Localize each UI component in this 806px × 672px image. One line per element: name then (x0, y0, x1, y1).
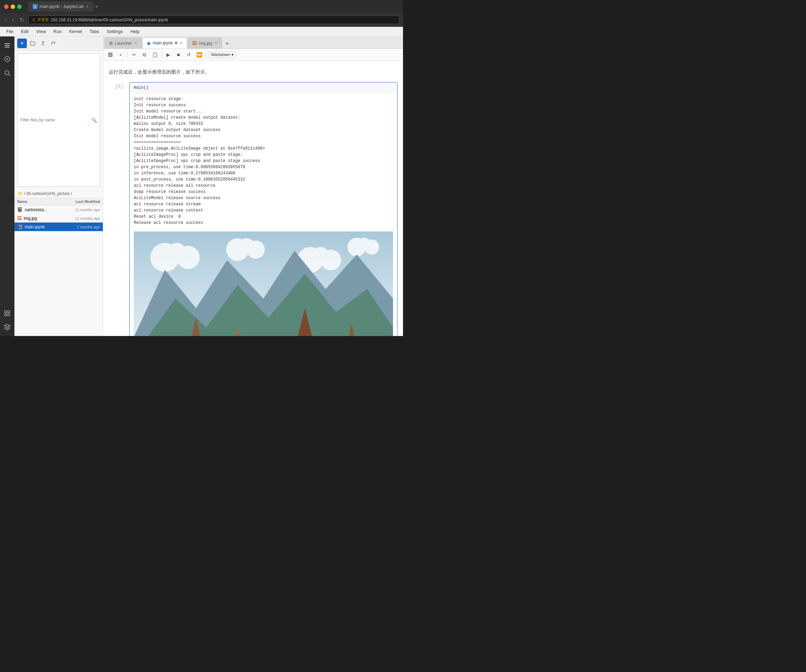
file-name: img.jpg (24, 216, 73, 221)
security-icon: ⚠ (32, 18, 35, 22)
fast-forward-button[interactable]: ⏩ (195, 50, 203, 59)
launcher-tab-label: Launcher (115, 41, 132, 46)
menu-tabs[interactable]: Tabs (86, 28, 102, 35)
titlebar: J main.ipynb - JupyterLab ✕ + (0, 0, 403, 13)
file-list: 📓 cartooniza... 11 months ago 🖼 img.jpg … (15, 205, 103, 336)
launcher-tab-close[interactable]: ✕ (134, 41, 137, 45)
maximize-button[interactable] (17, 5, 21, 9)
browser-tab-icon: J (33, 4, 38, 9)
paste-button[interactable]: 📋 (150, 50, 159, 59)
toolbar-separator (127, 51, 127, 58)
menu-run[interactable]: Run (50, 28, 65, 35)
svg-line-5 (8, 74, 10, 76)
back-button[interactable]: ‹ (3, 16, 8, 24)
toolbar-separator-2 (161, 51, 162, 58)
notebook-content: 运行完成后，会显示推理后的图片，如下所示。 [5]: main() init r… (103, 61, 403, 336)
svg-rect-6 (5, 311, 7, 313)
cell-5: [5]: main() init resource stage: Init re… (103, 82, 403, 336)
activity-bar (0, 36, 15, 336)
menu-help[interactable]: Help (127, 28, 143, 35)
file-search-bar[interactable]: 🔍 (17, 53, 100, 187)
minimize-button[interactable] (11, 5, 15, 9)
menu-view[interactable]: View (33, 28, 49, 35)
cell-body[interactable]: main() init resource stage: Init resourc… (129, 82, 398, 336)
image-icon: 🖼 (17, 216, 21, 221)
browser-tab-label: main.ipynb - JupyterLab (40, 4, 84, 9)
file-modified: 11 months ago (75, 208, 100, 212)
reload-button[interactable]: ↻ (18, 16, 25, 24)
menu-edit[interactable]: Edit (18, 28, 32, 35)
unsaved-dot (175, 41, 177, 45)
tab-main-ipynb[interactable]: ◉ main.ipynb ✕ (142, 38, 187, 48)
search-input[interactable] (20, 117, 90, 122)
stop-button[interactable]: ■ (174, 50, 183, 59)
image-tab-icon: 🖼 (192, 41, 197, 46)
activity-search-icon[interactable] (1, 67, 13, 79)
intro-text-cell: 运行完成后，会显示推理后的图片，如下所示。 (103, 66, 403, 81)
notebook-toolbar: + ✂ ⧉ 📋 ▶ ■ ↺ ⏩ Markdown ▾ (103, 49, 403, 61)
cell-output-image (130, 229, 397, 336)
cartoon-image-canvas (134, 231, 393, 336)
column-name-header[interactable]: Name (17, 200, 62, 203)
close-button[interactable] (4, 5, 8, 9)
browser-chrome: ‹ › ↻ ⚠ 不安全 192.168.31.19:8888/lab/tree/… (0, 13, 403, 27)
tab-img-jpg[interactable]: 🖼 img.jpg ✕ (188, 38, 222, 48)
file-item-mainipynb[interactable]: 📓 main.ipynb 7 months ago (15, 223, 103, 231)
menubar: File Edit View Run Kernel Tabs Settings … (0, 27, 403, 36)
menu-settings[interactable]: Settings (103, 28, 126, 35)
refresh-button[interactable] (49, 39, 58, 48)
file-name: cartooniza... (25, 207, 73, 212)
restart-button[interactable]: ↺ (184, 50, 193, 59)
upload-button[interactable] (38, 39, 48, 48)
cell-output-text: init resource stage: Init resource succe… (130, 93, 397, 229)
forward-button[interactable]: › (11, 16, 15, 24)
new-folder-button[interactable] (28, 39, 37, 48)
add-cell-button[interactable]: + (116, 50, 125, 59)
search-icon: 🔍 (91, 117, 97, 123)
sidebar: + 🔍 📁 / 05-c (15, 36, 103, 336)
activity-extensions-icon[interactable] (1, 321, 13, 333)
intro-text: 运行完成后，会显示推理后的图片，如下所示。 (109, 69, 210, 74)
new-editor-tab-button[interactable]: + (223, 39, 232, 48)
kernel-selector[interactable]: Markdown ▾ (208, 51, 236, 58)
svg-point-4 (5, 71, 9, 74)
file-modified: 11 months ago (75, 216, 100, 220)
notebook-tab-close[interactable]: ✕ (180, 41, 183, 45)
cut-button[interactable]: ✂ (130, 50, 139, 59)
svg-rect-8 (5, 314, 7, 316)
cell-input-code: main() (130, 83, 397, 93)
run-button[interactable]: ▶ (164, 50, 173, 59)
browser-tab-bar: J main.ipynb - JupyterLab ✕ + (28, 2, 98, 12)
activity-files-icon[interactable] (1, 39, 13, 51)
copy-button[interactable]: ⧉ (140, 50, 149, 59)
kernel-name: Markdown (211, 52, 230, 57)
new-tab-button[interactable]: + (95, 3, 98, 10)
menu-file[interactable]: File (3, 28, 17, 35)
content-area: ⊞ Launcher ✕ ◉ main.ipynb ✕ 🖼 img.jpg ✕ … (103, 36, 403, 336)
kernel-dropdown-icon: ▾ (231, 52, 233, 57)
svg-rect-9 (8, 314, 10, 316)
menu-kernel[interactable]: Kernel (66, 28, 86, 35)
breadcrumb: 📁 / 05-cartoonGAN_picture / (15, 190, 103, 198)
tab-launcher[interactable]: ⊞ Launcher ✕ (104, 38, 142, 48)
activity-running-icon[interactable] (1, 53, 13, 65)
file-item-cartooniza[interactable]: 📓 cartooniza... 11 months ago (15, 205, 103, 214)
notebook-tab-icon: ◉ (147, 41, 150, 46)
notebook-tab-label: main.ipynb (153, 41, 173, 45)
sidebar-toolbar: + (15, 36, 103, 51)
file-item-imgjpg[interactable]: 🖼 img.jpg 11 months ago (15, 214, 103, 223)
new-launcher-button[interactable]: + (17, 38, 27, 48)
image-tab-label: img.jpg (199, 41, 212, 46)
svg-text:J: J (35, 5, 36, 8)
save-button[interactable] (106, 50, 115, 59)
image-tab-close[interactable]: ✕ (214, 41, 217, 45)
browser-tab-close[interactable]: ✕ (86, 5, 89, 9)
file-modified: 7 months ago (77, 225, 100, 229)
address-bar[interactable]: ⚠ 不安全 192.168.31.19:8888/lab/tree/05-car… (28, 15, 400, 24)
activity-commands-icon[interactable] (1, 307, 13, 319)
column-modified-header[interactable]: Last Modified (62, 200, 100, 203)
file-name: main.ipynb (25, 225, 75, 230)
svg-marker-3 (7, 58, 8, 61)
traffic-lights (4, 5, 21, 9)
browser-tab[interactable]: J main.ipynb - JupyterLab ✕ (28, 2, 94, 12)
